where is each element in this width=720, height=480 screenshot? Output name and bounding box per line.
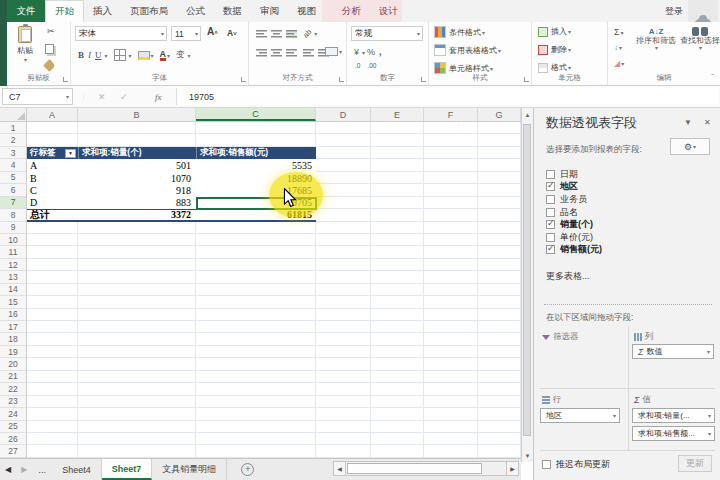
pane-close-icon[interactable]: ✕ — [704, 118, 711, 127]
vertical-scroll-thumb[interactable] — [523, 124, 531, 436]
row-header-6[interactable]: 6 — [0, 184, 26, 196]
styles-dialog-launcher[interactable] — [524, 77, 529, 82]
align-bottom-icon[interactable] — [286, 30, 297, 38]
name-box[interactable]: C7 ▾ — [2, 88, 73, 105]
cancel-button[interactable]: ✕ — [98, 88, 106, 105]
row-header-12[interactable]: 12 — [0, 259, 26, 271]
select-all-corner[interactable] — [0, 108, 27, 122]
row-header-24[interactable]: 24 — [0, 408, 26, 420]
paste-button[interactable]: 粘贴 ▾ — [12, 26, 38, 63]
more-tables-link[interactable]: 更多表格... — [546, 270, 590, 283]
font-color-dropdown-icon[interactable]: ▾ — [167, 52, 170, 59]
column-header-E[interactable]: E — [371, 108, 424, 121]
align-left-icon[interactable] — [256, 49, 267, 57]
pivot-cell[interactable]: 5535 — [196, 159, 316, 171]
prev-sheet-icon[interactable]: ◀ — [0, 459, 16, 480]
column-header-C[interactable]: C — [196, 108, 316, 121]
clipboard-dialog-launcher[interactable] — [63, 77, 68, 82]
number-format-combo[interactable]: 常规▾ — [351, 26, 423, 41]
sheet-tab-Sheet4[interactable]: Sheet4 — [52, 459, 102, 480]
align-right-icon[interactable] — [286, 49, 297, 57]
phonetic-dropdown-icon[interactable]: ▾ — [188, 52, 191, 59]
row-header-4[interactable]: 4 — [0, 159, 26, 171]
next-sheet-icon[interactable]: ▶ — [16, 459, 32, 480]
delete-cells-button[interactable]: 删除▾ — [538, 44, 571, 55]
format-painter-button[interactable] — [45, 56, 54, 74]
row-header-22[interactable]: 22 — [0, 383, 26, 395]
columns-area-item[interactable]: Σ 数值▾ — [632, 344, 714, 359]
grow-font-button[interactable]: A˄ — [207, 26, 218, 37]
scroll-down-icon[interactable]: ▼ — [521, 449, 533, 462]
row-header-8[interactable]: 8 — [0, 209, 26, 221]
sign-in-link[interactable]: 登录 — [665, 0, 683, 22]
defer-layout-checkbox[interactable]: 推迟布局更新 — [542, 458, 610, 471]
sort-filter-button[interactable]: A↓Z 排序和筛选 ▾ — [635, 27, 677, 52]
row-header-2[interactable]: 2 — [0, 134, 26, 146]
field-checkbox[interactable]: ✓ — [546, 220, 555, 229]
format-as-table-button[interactable]: 套用表格格式▾ — [434, 44, 501, 56]
field-item-0[interactable]: 日期 — [546, 168, 714, 181]
comma-style-button[interactable]: , — [379, 47, 382, 57]
pivot-cell[interactable]: C — [27, 184, 78, 196]
contextual-tab-1[interactable]: 设计 — [370, 0, 407, 22]
underline-dropdown-icon[interactable]: ▾ — [105, 52, 108, 59]
field-item-2[interactable]: 业务员 — [546, 193, 714, 206]
align-center-icon[interactable] — [271, 49, 282, 57]
phonetic-guide-button[interactable]: 变 — [176, 49, 185, 61]
insert-function-button[interactable]: fx — [155, 88, 162, 105]
row-header-26[interactable]: 26 — [0, 433, 26, 445]
decrease-decimal-icon[interactable]: .00 — [367, 62, 376, 69]
row-header-23[interactable]: 23 — [0, 396, 26, 408]
fill-button[interactable]: ↓▾ — [614, 43, 622, 52]
name-box-dropdown-icon[interactable]: ▾ — [66, 93, 69, 100]
field-checkbox[interactable] — [546, 195, 555, 204]
tab-4[interactable]: 数据 — [214, 0, 251, 22]
field-checkbox[interactable]: ✓ — [546, 182, 555, 191]
fill-color-icon[interactable] — [138, 51, 150, 60]
pivot-cell[interactable]: 501 — [78, 159, 196, 171]
font-dialog-launcher[interactable] — [241, 77, 246, 82]
hscroll-track[interactable] — [346, 461, 506, 476]
column-header-A[interactable]: A — [27, 108, 78, 121]
row-header-27[interactable]: 27 — [0, 445, 26, 457]
enter-button[interactable]: ✓ — [120, 88, 128, 105]
pivot-cell[interactable]: 883 — [78, 197, 196, 209]
row-header-9[interactable]: 9 — [0, 222, 26, 234]
orientation-icon[interactable]: ab — [301, 27, 313, 39]
row-header-18[interactable]: 18 — [0, 333, 26, 345]
user-avatar-icon[interactable] — [688, 0, 718, 22]
field-item-1[interactable]: ✓地区 — [546, 181, 714, 194]
row-header-3[interactable]: 3 — [0, 147, 26, 159]
align-top-icon[interactable] — [256, 30, 267, 38]
pivot-cell[interactable]: 1070 — [78, 172, 196, 184]
values-area-item-qty[interactable]: 求和项:销量(...▾ — [632, 408, 715, 423]
tab-2[interactable]: 页面布局 — [121, 0, 177, 22]
clear-button[interactable]: ◢▾ — [614, 59, 624, 68]
hscroll-left-icon[interactable]: ◀ — [333, 461, 346, 476]
orientation-dropdown-icon[interactable]: ▾ — [314, 30, 317, 37]
font-size-combo[interactable]: 11▾ — [171, 26, 201, 41]
alignment-dialog-launcher[interactable] — [339, 77, 344, 82]
row-header-14[interactable]: 14 — [0, 284, 26, 296]
horizontal-scroll-thumb[interactable] — [347, 463, 482, 474]
bold-button[interactable]: B — [78, 50, 84, 60]
percent-style-button[interactable]: % — [367, 47, 375, 57]
accounting-dropdown-icon[interactable]: ▾ — [362, 49, 365, 56]
number-dialog-launcher[interactable] — [421, 77, 426, 82]
sheet-tab-文具销量明细[interactable]: 文具销量明细 — [152, 459, 227, 480]
row-header-11[interactable]: 11 — [0, 246, 26, 258]
row-header-13[interactable]: 13 — [0, 271, 26, 283]
sheet-tab-ellipsis[interactable]: ... — [32, 459, 52, 480]
row-header-17[interactable]: 17 — [0, 321, 26, 333]
field-checkbox[interactable] — [546, 208, 555, 217]
merge-dropdown-icon[interactable]: ▾ — [339, 48, 342, 55]
paste-dropdown-icon[interactable]: ▾ — [13, 56, 38, 63]
column-header-G[interactable]: G — [478, 108, 521, 121]
align-middle-icon[interactable] — [271, 30, 282, 38]
pivot-cell[interactable]: 918 — [78, 184, 196, 196]
row-header-21[interactable]: 21 — [0, 371, 26, 383]
tools-button[interactable]: ⚙ ▾ — [670, 138, 710, 155]
insert-cells-button[interactable]: 插入▾ — [538, 26, 571, 37]
field-checkbox[interactable] — [546, 233, 555, 242]
borders-dropdown-icon[interactable]: ▾ — [129, 52, 132, 59]
